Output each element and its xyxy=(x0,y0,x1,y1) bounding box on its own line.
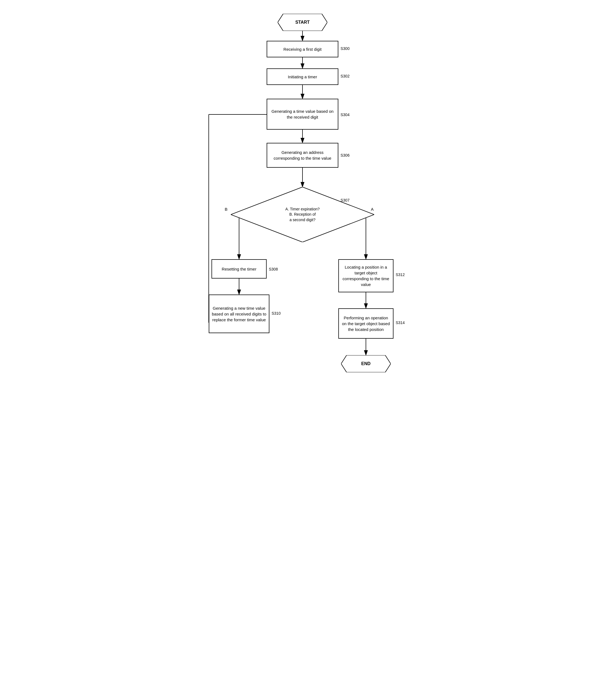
s307-step: S307 xyxy=(341,198,350,202)
s306-box: Generating an address corresponding to t… xyxy=(267,143,338,168)
end-label: END xyxy=(361,361,371,366)
s300-step: S300 xyxy=(341,46,350,51)
branch-b-label: B xyxy=(225,207,228,212)
branch-a-label: A xyxy=(371,207,374,212)
s304-box: Generating a time value based on the rec… xyxy=(267,99,338,130)
s308-label: Resetting the timer xyxy=(222,266,256,272)
s308-step: S308 xyxy=(269,267,278,271)
s312-label: Locating a position in a target object c… xyxy=(341,264,391,288)
start-node: START xyxy=(278,14,327,31)
s304-step: S304 xyxy=(341,113,350,117)
s310-box: Generating a new time value based on all… xyxy=(209,295,269,333)
s302-label: Initiating a timer xyxy=(288,74,317,80)
s302-box: Initiating a timer xyxy=(267,69,338,85)
s302-step: S302 xyxy=(341,74,350,78)
s300-box: Receiving a first digit xyxy=(267,41,338,58)
s308-box: Resetting the timer xyxy=(212,259,267,278)
s300-label: Receiving a first digit xyxy=(283,46,322,52)
flowchart-diagram: START Receiving a first digit S300 Initi… xyxy=(184,5,432,585)
s306-step: S306 xyxy=(341,153,350,157)
start-label: START xyxy=(295,20,310,25)
s314-box: Performing an operation on the target ob… xyxy=(338,308,393,339)
s314-step: S314 xyxy=(396,321,405,325)
s312-box: Locating a position in a target object c… xyxy=(338,259,393,292)
s314-label: Performing an operation on the target ob… xyxy=(341,315,391,332)
s304-label: Generating a time value based on the rec… xyxy=(269,108,336,120)
s306-label: Generating an address corresponding to t… xyxy=(269,149,336,161)
s307-label: A. Timer expiration?B. Reception ofa sec… xyxy=(277,207,328,223)
s310-label: Generating a new time value based on all… xyxy=(212,305,267,323)
end-node: END xyxy=(341,355,391,372)
s307-diamond: A. Timer expiration?B. Reception ofa sec… xyxy=(231,187,374,242)
s310-step: S310 xyxy=(272,311,281,316)
s312-step: S312 xyxy=(396,272,405,277)
